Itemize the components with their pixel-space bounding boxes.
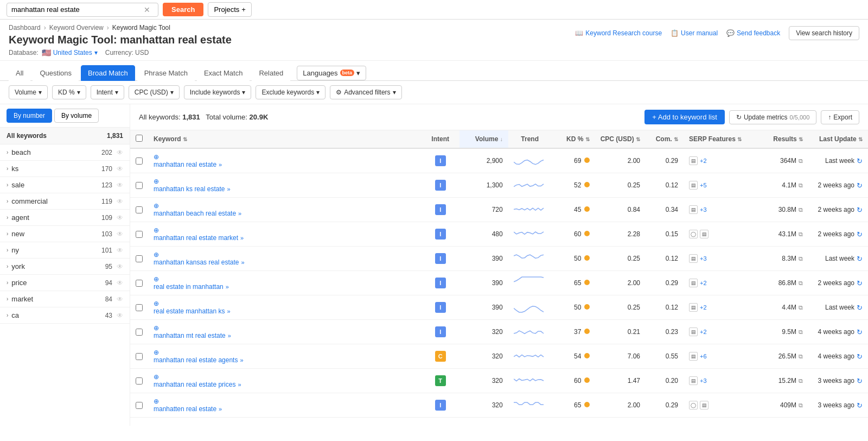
keyword-link[interactable]: manhattan mt real estate »: [154, 332, 416, 339]
refresh-icon[interactable]: ↻: [857, 304, 863, 312]
row-checkbox[interactable]: [136, 231, 143, 238]
sort-icon-volume[interactable]: ↓: [500, 136, 503, 142]
keyword-link[interactable]: manhatten real estate »: [154, 405, 416, 413]
col-header-volume[interactable]: Volume ↓: [459, 130, 508, 148]
row-checkbox[interactable]: [136, 206, 143, 213]
list-item[interactable]: › commercial 119 👁: [0, 193, 130, 210]
row-checkbox[interactable]: [136, 329, 143, 336]
select-all-checkbox[interactable]: [136, 135, 143, 142]
list-item[interactable]: › new 103 👁: [0, 226, 130, 242]
refresh-icon[interactable]: ↻: [857, 255, 863, 263]
cpc-filter[interactable]: CPC (USD) ▾: [129, 85, 180, 99]
sidebar-tab-by-number[interactable]: By number: [7, 109, 52, 123]
col-header-keyword[interactable]: Keyword ⇅: [148, 130, 422, 148]
col-header-cpc[interactable]: CPC (USD) ⇅: [595, 130, 646, 148]
eye-icon[interactable]: 👁: [117, 149, 123, 156]
keyword-link[interactable]: manhattan ks real estate »: [154, 185, 416, 193]
tab-phrase-match[interactable]: Phrase Match: [137, 65, 195, 81]
update-metrics-button[interactable]: ↻ Update metrics 0/5,000: [729, 110, 816, 124]
sidebar-tab-by-volume[interactable]: By volume: [54, 109, 99, 123]
row-checkbox[interactable]: [136, 353, 143, 360]
refresh-icon[interactable]: ↻: [857, 157, 863, 165]
refresh-icon[interactable]: ↻: [857, 230, 863, 238]
refresh-icon[interactable]: ↻: [857, 206, 863, 214]
projects-button[interactable]: Projects +: [208, 2, 252, 17]
export-button[interactable]: ↑ Export: [821, 110, 859, 124]
col-header-serp[interactable]: SERP Features ⇅: [684, 130, 754, 148]
keyword-research-course-link[interactable]: 📖 Keyword Research course: [575, 29, 662, 37]
col-header-com[interactable]: Com. ⇅: [646, 130, 684, 148]
keyword-link[interactable]: manhattan real estate market »: [154, 234, 416, 242]
list-item[interactable]: › ks 170 👁: [0, 161, 130, 177]
list-item[interactable]: › price 94 👁: [0, 275, 130, 291]
keyword-link[interactable]: real estate in manhattan »: [154, 283, 416, 291]
breadcrumb-keyword-overview[interactable]: Keyword Overview: [49, 24, 104, 32]
refresh-icon[interactable]: ↻: [857, 279, 863, 287]
row-checkbox[interactable]: [136, 182, 143, 189]
row-checkbox[interactable]: [136, 304, 143, 311]
list-item[interactable]: › sale 123 👁: [0, 177, 130, 193]
tab-exact-match[interactable]: Exact Match: [197, 65, 250, 81]
eye-icon[interactable]: 👁: [117, 263, 123, 270]
keyword-link[interactable]: manhattan beach real estate »: [154, 210, 416, 217]
tab-all[interactable]: All: [9, 65, 30, 81]
breadcrumb-dashboard[interactable]: Dashboard: [9, 24, 41, 32]
intent-filter[interactable]: Intent ▾: [91, 85, 124, 99]
kd-filter[interactable]: KD % ▾: [52, 85, 86, 99]
sort-icon-keyword[interactable]: ⇅: [183, 136, 187, 142]
view-history-button[interactable]: View search history: [789, 26, 859, 40]
clear-icon[interactable]: ✕: [144, 5, 150, 14]
advanced-filters[interactable]: ⚙ Advanced filters ▾: [330, 85, 401, 99]
eye-icon[interactable]: 👁: [117, 247, 123, 254]
keyword-link[interactable]: manhattan real estate agents »: [154, 356, 416, 364]
refresh-icon[interactable]: ↻: [857, 181, 863, 190]
eye-icon[interactable]: 👁: [117, 230, 123, 238]
eye-icon[interactable]: 👁: [117, 181, 123, 189]
tab-related[interactable]: Related: [252, 65, 290, 81]
keyword-link[interactable]: manhattan real estate prices »: [154, 381, 416, 388]
languages-dropdown[interactable]: Languages beta ▾: [297, 66, 366, 80]
keyword-link[interactable]: real estate manhattan ks »: [154, 307, 416, 315]
sort-icon-results[interactable]: ⇅: [799, 136, 803, 142]
eye-icon[interactable]: 👁: [117, 165, 123, 173]
eye-icon[interactable]: 👁: [117, 312, 123, 319]
list-item[interactable]: › market 84 👁: [0, 291, 130, 307]
row-checkbox[interactable]: [136, 255, 143, 262]
list-item[interactable]: › beach 202 👁: [0, 144, 130, 161]
eye-icon[interactable]: 👁: [117, 279, 123, 287]
eye-icon[interactable]: 👁: [117, 198, 123, 205]
sort-icon-kd[interactable]: ⇅: [585, 136, 590, 142]
sort-icon-update[interactable]: ⇅: [858, 136, 863, 142]
keyword-link[interactable]: manhattan real estate »: [154, 161, 416, 168]
list-item[interactable]: › ny 101 👁: [0, 242, 130, 259]
search-input[interactable]: [11, 5, 144, 14]
row-checkbox[interactable]: [136, 280, 143, 287]
keyword-link[interactable]: manhattan kansas real estate »: [154, 259, 416, 266]
row-checkbox[interactable]: [136, 377, 143, 385]
send-feedback-link[interactable]: 💬 Send feedback: [726, 29, 780, 37]
row-checkbox[interactable]: [136, 402, 143, 409]
refresh-icon[interactable]: ↻: [857, 328, 863, 336]
list-item[interactable]: › ca 43 👁: [0, 307, 130, 324]
col-header-kd[interactable]: KD % ⇅: [552, 130, 595, 148]
col-header-results[interactable]: Results ⇅: [754, 130, 808, 148]
tab-questions[interactable]: Questions: [33, 65, 79, 81]
list-item[interactable]: › agent 109 👁: [0, 210, 130, 226]
eye-icon[interactable]: 👁: [117, 214, 123, 222]
sort-icon-cpc[interactable]: ⇅: [636, 136, 640, 142]
include-keywords-filter[interactable]: Include keywords ▾: [184, 85, 252, 99]
col-header-last-update[interactable]: Last Update ⇅: [808, 130, 868, 148]
database-selector[interactable]: 🇺🇸 United States ▾: [42, 48, 98, 57]
sort-icon-com[interactable]: ⇅: [674, 136, 678, 142]
tab-broad-match[interactable]: Broad Match: [81, 65, 135, 81]
eye-icon[interactable]: 👁: [117, 295, 123, 303]
list-item[interactable]: › york 95 👁: [0, 259, 130, 275]
volume-filter[interactable]: Volume ▾: [9, 85, 48, 99]
sort-icon-serp[interactable]: ⇅: [737, 136, 742, 142]
refresh-icon[interactable]: ↻: [857, 377, 863, 385]
add-to-keyword-list-button[interactable]: + Add to keyword list: [644, 110, 725, 124]
exclude-keywords-filter[interactable]: Exclude keywords ▾: [256, 85, 326, 99]
refresh-icon[interactable]: ↻: [857, 352, 863, 361]
row-checkbox[interactable]: [136, 158, 143, 165]
search-button[interactable]: Search: [163, 3, 203, 16]
